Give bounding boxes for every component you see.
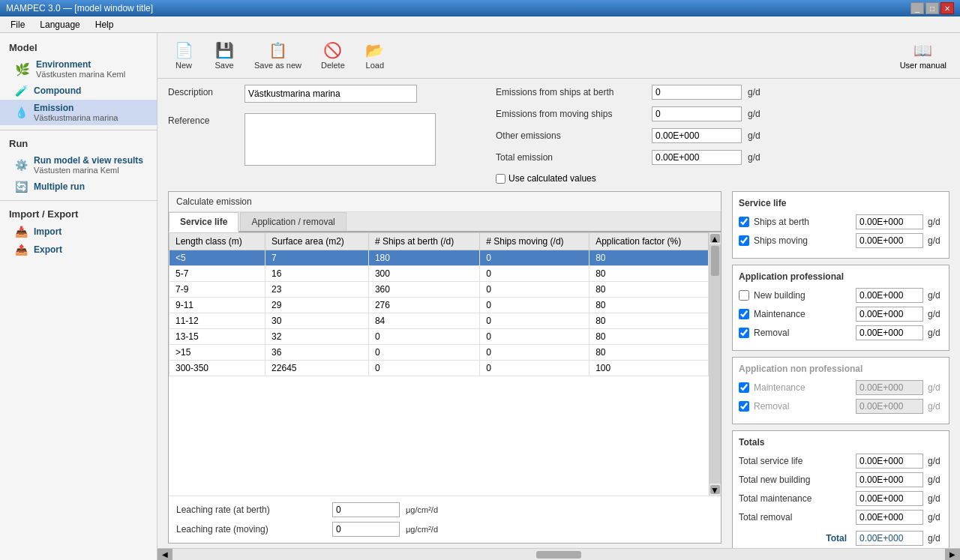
- table-row[interactable]: 13-15320080: [170, 329, 709, 345]
- app-maintenance-checkbox[interactable]: [739, 309, 749, 319]
- leaching-moving-unit: μg/cm²/d: [406, 525, 438, 534]
- reference-label: Reference: [168, 113, 236, 126]
- app-maintenance-unit: g/d: [928, 309, 943, 319]
- menu-file[interactable]: File: [3, 18, 32, 31]
- load-button[interactable]: 📂 Load: [356, 37, 394, 73]
- service-ships-moving-value[interactable]: [856, 233, 923, 248]
- sidebar-item-run-model[interactable]: ⚙️ Run model & view results Västusten ma…: [0, 152, 157, 178]
- ships-at-berth-row: Emissions from ships at berth g/d: [496, 85, 766, 100]
- non-prof-removal-value: [856, 399, 923, 414]
- description-input[interactable]: [244, 85, 417, 103]
- col-ships-at-berth: # Ships at berth (/d): [368, 233, 479, 250]
- total-maintenance-label: Total maintenance: [739, 493, 851, 504]
- total-removal-label: Total removal: [739, 512, 851, 523]
- sidebar-env-text: Environment Västkusten marina Keml: [36, 59, 125, 79]
- sidebar-item-multiple-run[interactable]: 🔄 Multiple run: [0, 178, 157, 196]
- total-removal-row: Total removal g/d: [739, 510, 943, 525]
- app-new-building-checkbox[interactable]: [739, 290, 749, 301]
- sidebar-item-export[interactable]: 📤 Export: [0, 241, 157, 259]
- description-row: Description: [168, 85, 436, 103]
- sidebar-run-sublabel: Västusten marina Keml: [34, 166, 143, 175]
- total-emission-value[interactable]: [652, 150, 742, 165]
- non-prof-maintenance-checkbox[interactable]: [739, 382, 749, 393]
- service-ships-berth-checkbox[interactable]: [739, 217, 749, 227]
- menu-help[interactable]: Help: [88, 18, 122, 31]
- app-non-professional-section: Application non professional Maintenance…: [732, 357, 950, 424]
- total-new-building-label: Total new building: [739, 475, 851, 485]
- grand-total-label: Total: [826, 533, 847, 544]
- horizontal-scrollbar[interactable]: ◀ ▶: [158, 548, 960, 560]
- table-row[interactable]: 11-123084080: [170, 313, 709, 329]
- new-button[interactable]: 📄 New: [165, 37, 202, 73]
- table-row[interactable]: <57180080: [170, 250, 709, 266]
- service-ships-berth-label: Ships at berth: [754, 217, 851, 227]
- total-new-building-value[interactable]: [856, 472, 923, 487]
- reference-row: Reference: [168, 113, 436, 166]
- tabs-bar: Service life Application / removal: [169, 212, 721, 232]
- moving-ships-value[interactable]: [652, 106, 742, 121]
- grand-total-value[interactable]: [856, 531, 923, 546]
- minimize-button[interactable]: _: [910, 2, 924, 14]
- app-removal-checkbox[interactable]: [739, 328, 749, 338]
- sidebar-item-import[interactable]: 📥 Import: [0, 223, 157, 241]
- service-ships-berth-value[interactable]: [856, 214, 923, 229]
- maximize-button[interactable]: □: [926, 2, 939, 14]
- table-row[interactable]: 5-716300080: [170, 266, 709, 282]
- tab-application-removal[interactable]: Application / removal: [240, 212, 346, 231]
- app-removal-value[interactable]: [856, 325, 923, 340]
- app-new-building-value[interactable]: [856, 288, 923, 303]
- flask-icon: 🧪: [15, 85, 28, 97]
- delete-button[interactable]: 🚫 Delete: [313, 37, 353, 73]
- non-prof-maintenance-unit: g/d: [928, 382, 943, 393]
- window-controls: _ □ ✕: [910, 2, 954, 14]
- total-removal-value[interactable]: [856, 510, 923, 525]
- app-maintenance-value[interactable]: [856, 307, 923, 322]
- table-container[interactable]: Length class (m) Surface area (m2) # Shi…: [169, 232, 709, 496]
- close-button[interactable]: ✕: [940, 2, 954, 14]
- sidebar-env-sublabel: Västkusten marina Keml: [36, 70, 125, 79]
- non-prof-removal-checkbox[interactable]: [739, 401, 749, 412]
- user-manual-button[interactable]: 📖 User manual: [894, 38, 952, 73]
- sidebar-compound-text: Compound: [34, 85, 81, 96]
- scroll-left-arrow[interactable]: ◀: [158, 549, 172, 561]
- table-row[interactable]: 7-923360080: [170, 282, 709, 298]
- table-row[interactable]: 9-1129276080: [170, 298, 709, 313]
- table-row[interactable]: 300-3502264500100: [170, 361, 709, 376]
- service-ships-moving-checkbox[interactable]: [739, 235, 749, 246]
- grand-total-unit: g/d: [928, 533, 943, 544]
- menu-language[interactable]: Language: [32, 18, 87, 31]
- sidebar-emission-sublabel: Västkustmarina marina: [34, 113, 118, 122]
- user-manual-icon: 📖: [914, 41, 932, 59]
- tab-service-life[interactable]: Service life: [169, 212, 238, 232]
- other-emissions-value[interactable]: [652, 128, 742, 143]
- scroll-up-arrow[interactable]: ▲: [710, 234, 720, 243]
- sidebar-emission-label: Emission: [34, 103, 118, 113]
- leaching-moving-input[interactable]: [332, 522, 400, 537]
- sidebar-item-compound[interactable]: 🧪 Compound: [0, 82, 157, 100]
- sidebar-item-emission[interactable]: 💧 Emission Västkustmarina marina: [0, 100, 157, 125]
- total-maintenance-value[interactable]: [856, 491, 923, 506]
- reference-input[interactable]: [244, 113, 436, 166]
- ships-at-berth-label: Emissions from ships at berth: [496, 87, 646, 97]
- table-header-row: Length class (m) Surface area (m2) # Shi…: [170, 233, 709, 250]
- sidebar-export-label: Export: [34, 244, 62, 255]
- scroll-thumb[interactable]: [711, 246, 719, 276]
- non-prof-maintenance-row: Maintenance g/d: [739, 380, 943, 395]
- save-button[interactable]: 💾 Save: [206, 37, 243, 73]
- ships-at-berth-value[interactable]: [652, 85, 742, 100]
- table-vertical-scrollbar[interactable]: ▲ ▼: [709, 232, 721, 496]
- other-emissions-row: Other emissions g/d: [496, 128, 766, 143]
- table-row[interactable]: >15360080: [170, 345, 709, 361]
- total-service-life-value[interactable]: [856, 454, 923, 469]
- leaching-berth-input[interactable]: [332, 502, 400, 517]
- horizontal-scroll-thumb[interactable]: [536, 551, 581, 559]
- total-emission-row: Total emission g/d: [496, 150, 766, 165]
- app-professional-section: Application professional New building g/…: [732, 265, 950, 351]
- scroll-down-arrow[interactable]: ▼: [710, 485, 720, 494]
- save-as-new-button[interactable]: 📋 Save as new: [246, 37, 310, 73]
- sidebar-item-environment[interactable]: 🌿 Environment Västkusten marina Keml: [0, 56, 157, 82]
- use-calculated-checkbox[interactable]: [496, 174, 506, 184]
- multiple-run-icon: 🔄: [15, 181, 28, 193]
- leaching-berth-unit: μg/cm²/d: [406, 505, 438, 514]
- scroll-right-arrow[interactable]: ▶: [945, 549, 960, 561]
